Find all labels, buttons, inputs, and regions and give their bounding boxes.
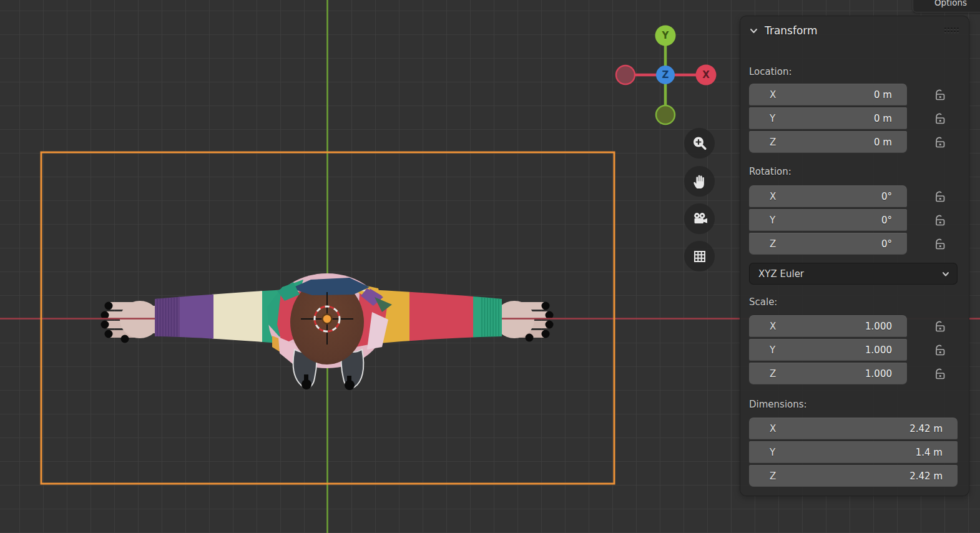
lock-open-icon[interactable]	[933, 213, 947, 227]
blender-window: Y X Z	[0, 0, 980, 533]
scale-section-label: Scale:	[749, 295, 960, 309]
field-axis-label: Y	[749, 447, 775, 458]
lock-open-icon[interactable]	[933, 320, 947, 333]
scale-z-field[interactable]: Z 1.000	[749, 363, 907, 384]
magnifier-plus-icon	[690, 134, 709, 153]
location-z-field[interactable]: Z 0 m	[749, 131, 907, 153]
location-fields: X 0 m Y 0 m Z 0 m	[749, 84, 960, 153]
field-axis-label: X	[749, 423, 776, 434]
gizmo-z-label: Z	[662, 69, 669, 81]
field-value: 0°	[881, 215, 907, 226]
gizmo-x-negative-ball[interactable]	[616, 66, 635, 84]
location-x-field[interactable]: X 0 m	[749, 84, 907, 105]
rotation-fields: X 0° Y 0° Z 0°	[749, 185, 960, 255]
field-value: 1.000	[865, 345, 907, 356]
rotation-z-field[interactable]: Z 0°	[749, 233, 907, 255]
gizmo-z-positive-ball[interactable]: Z	[656, 66, 675, 84]
panel-grip-icon[interactable]	[944, 27, 960, 34]
rotation-mode-dropdown[interactable]: XYZ Euler	[749, 263, 958, 285]
hand-icon	[690, 172, 709, 191]
dimensions-z-field[interactable]: Z 2.42 m	[749, 465, 958, 487]
camera-view-button[interactable]	[684, 203, 715, 234]
field-value: 0 m	[874, 137, 907, 148]
zoom-tool-button[interactable]	[684, 128, 715, 159]
rotation-mode-value: XYZ Euler	[758, 268, 804, 280]
field-value: 1.4 m	[916, 447, 958, 458]
gizmo-x-positive-ball[interactable]: X	[696, 65, 717, 86]
scale-fields: X 1.000 Y 1.000 Z 1.000	[749, 315, 960, 384]
field-value: 1.000	[865, 368, 907, 379]
field-axis-label: Z	[749, 368, 776, 379]
field-value: 2.42 m	[909, 471, 958, 482]
dimensions-section-label: Dimensions:	[749, 398, 960, 411]
transform-panel-header[interactable]: Transform	[749, 16, 960, 45]
field-axis-label: X	[749, 89, 776, 100]
gizmo-x-label: X	[702, 69, 710, 81]
rotation-x-field[interactable]: X 0°	[749, 185, 907, 207]
grid-icon	[690, 247, 709, 266]
dimensions-fields: X 2.42 m Y 1.4 m Z 2.42 m	[749, 418, 960, 487]
lock-open-icon[interactable]	[933, 112, 947, 125]
scale-y-field[interactable]: Y 1.000	[749, 339, 907, 361]
field-axis-label: X	[749, 191, 776, 202]
field-axis-label: Y	[749, 113, 775, 124]
lock-open-icon[interactable]	[933, 367, 947, 381]
rotation-y-field[interactable]: Y 0°	[749, 209, 907, 231]
panel-title: Transform	[765, 24, 818, 37]
field-axis-label: X	[749, 321, 776, 332]
field-value: 0 m	[874, 113, 907, 124]
field-value: 2.42 m	[909, 423, 958, 434]
field-axis-label: Z	[749, 238, 776, 250]
lock-open-icon[interactable]	[933, 135, 947, 149]
chevron-down-icon	[941, 270, 950, 278]
field-value: 0°	[881, 191, 907, 202]
field-axis-label: Y	[749, 345, 775, 356]
field-axis-label: Y	[749, 215, 775, 226]
gizmo-y-negative-ball[interactable]	[656, 105, 675, 124]
lock-open-icon[interactable]	[933, 190, 947, 203]
options-button[interactable]: Options	[913, 0, 980, 12]
field-value: 0 m	[874, 89, 907, 100]
transform-panel: Transform Location: X 0 m Y 0 m	[740, 16, 969, 496]
dimensions-x-field[interactable]: X 2.42 m	[749, 418, 958, 439]
field-axis-label: Z	[749, 137, 776, 148]
object-origin-dot	[323, 315, 332, 324]
chevron-down-icon	[749, 26, 758, 36]
options-button-label: Options	[934, 0, 967, 7]
location-y-field[interactable]: Y 0 m	[749, 107, 907, 129]
lock-open-icon[interactable]	[933, 88, 947, 102]
gizmo-y-label: Y	[662, 30, 670, 41]
field-value: 0°	[881, 238, 907, 250]
rotation-section-label: Rotation:	[749, 165, 960, 178]
location-section-label: Location:	[749, 65, 960, 79]
scale-x-field[interactable]: X 1.000	[749, 315, 907, 337]
field-axis-label: Z	[749, 471, 776, 482]
gizmo-y-positive-ball[interactable]: Y	[655, 26, 676, 46]
field-value: 1.000	[865, 321, 907, 332]
movie-camera-icon	[690, 210, 709, 228]
lock-open-icon[interactable]	[933, 343, 947, 357]
pan-tool-button[interactable]	[684, 166, 715, 197]
dimensions-y-field[interactable]: Y 1.4 m	[749, 441, 958, 463]
grid-toggle-button[interactable]	[684, 241, 715, 271]
lock-open-icon[interactable]	[933, 237, 947, 251]
